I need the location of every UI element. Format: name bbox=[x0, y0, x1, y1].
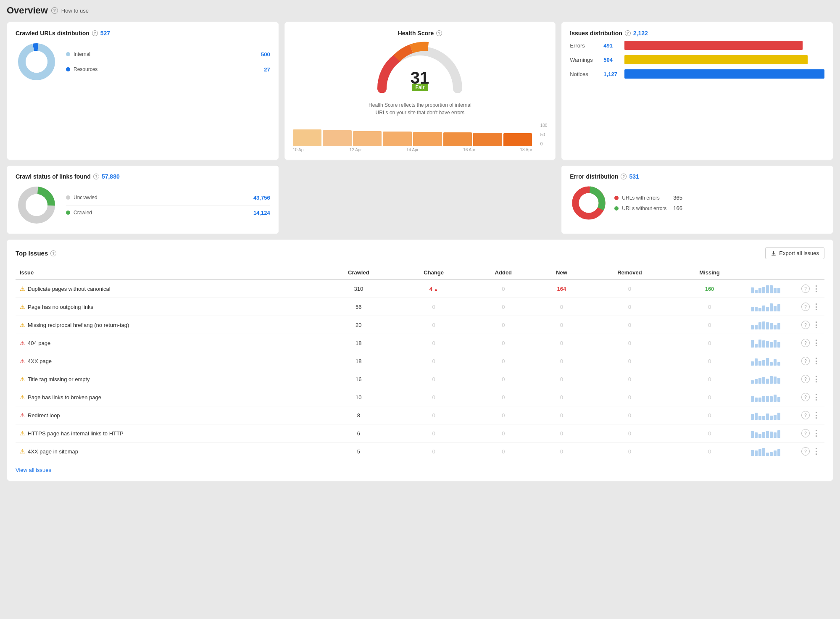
row-help-button[interactable]: ? bbox=[801, 393, 810, 401]
row-actions: ? ⋮ bbox=[801, 284, 820, 293]
crawled-urls-info-icon[interactable]: ? bbox=[92, 30, 98, 36]
row-actions: ? ⋮ bbox=[801, 338, 820, 348]
error-dist-info-icon[interactable]: ? bbox=[621, 174, 627, 179]
legend-urls-errors: URLs with errors 365 bbox=[614, 195, 682, 201]
health-score-card: Health Score ? 31 bbox=[284, 22, 556, 160]
row-help-button[interactable]: ? bbox=[801, 411, 810, 419]
legend-uncrawled: Uncrawled 43,756 bbox=[66, 195, 270, 201]
table-row: ⚠Missing reciprocal hreflang (no return-… bbox=[16, 316, 824, 334]
row-actions: ? ⋮ bbox=[801, 429, 820, 438]
help-icon: ? bbox=[51, 7, 58, 14]
legend-item-internal: Internal 500 bbox=[66, 51, 270, 58]
notices-bar bbox=[624, 69, 824, 79]
error-icon: ⚠ bbox=[20, 340, 25, 346]
row-help-button[interactable]: ? bbox=[801, 303, 810, 311]
error-icon: ⚠ bbox=[20, 412, 25, 419]
health-score-title: Health Score ? bbox=[398, 30, 442, 37]
top-issues-title: Top Issues ? bbox=[16, 250, 56, 257]
mini-bar-group bbox=[751, 374, 793, 384]
page-title: Overview bbox=[7, 5, 48, 16]
row-more-button[interactable]: ⋮ bbox=[812, 447, 820, 456]
row-more-button[interactable]: ⋮ bbox=[812, 411, 820, 420]
warn-icon: ⚠ bbox=[20, 376, 25, 382]
table-row: ⚠Redirect loop 8 0 0 0 0 0 ? ⋮ bbox=[16, 406, 824, 424]
table-row: ⚠404 page 18 0 0 0 0 0 ? ⋮ bbox=[16, 334, 824, 352]
chart-label-2: 12 Apr bbox=[350, 148, 362, 152]
top-issues-info-icon[interactable]: ? bbox=[50, 250, 56, 256]
crawled-urls-card: Crawled URLs distribution ? 527 bbox=[7, 22, 279, 160]
warn-icon: ⚠ bbox=[20, 285, 25, 292]
row-help-button[interactable]: ? bbox=[801, 429, 810, 437]
row-more-button[interactable]: ⋮ bbox=[812, 392, 820, 402]
view-all-issues-link[interactable]: View all issues bbox=[16, 467, 51, 473]
export-button[interactable]: Export all issues bbox=[765, 247, 824, 259]
svg-point-10 bbox=[579, 193, 599, 213]
mini-bar-group bbox=[751, 392, 793, 402]
row-more-button[interactable]: ⋮ bbox=[812, 284, 820, 293]
row-actions: ? ⋮ bbox=[801, 320, 820, 329]
crawl-status-count: 57,880 bbox=[102, 173, 120, 180]
row-help-button[interactable]: ? bbox=[801, 357, 810, 365]
mini-bar-group bbox=[751, 302, 793, 311]
legend-crawled: Crawled 14,124 bbox=[66, 210, 270, 216]
row-more-button[interactable]: ⋮ bbox=[812, 320, 820, 329]
error-dist-content: URLs with errors 365 URLs without errors… bbox=[570, 184, 824, 222]
warn-icon: ⚠ bbox=[20, 303, 25, 310]
error-dist-donut bbox=[570, 184, 608, 222]
row-help-button[interactable]: ? bbox=[801, 321, 810, 329]
row-actions: ? ⋮ bbox=[801, 356, 820, 366]
crawled-urls-donut bbox=[16, 41, 58, 83]
crawl-status-info-icon[interactable]: ? bbox=[93, 174, 99, 179]
crawl-status-card: Crawl status of links found ? 57,880 bbox=[7, 165, 279, 234]
error-legend: URLs with errors 365 URLs without errors… bbox=[614, 195, 682, 211]
error-dist-count: 531 bbox=[629, 173, 639, 180]
mini-bar-group bbox=[751, 356, 793, 366]
notices-row: Notices 1,127 bbox=[570, 69, 824, 79]
svg-point-3 bbox=[26, 51, 47, 73]
table-row: ⚠Page has no outgoing links 56 0 0 0 0 0… bbox=[16, 298, 824, 316]
table-row: ⚠Title tag missing or empty 16 0 0 0 0 0… bbox=[16, 370, 824, 388]
mini-bar-group bbox=[751, 429, 793, 438]
row-more-button[interactable]: ⋮ bbox=[812, 302, 820, 311]
resources-dot bbox=[66, 67, 70, 71]
row-actions: ? ⋮ bbox=[801, 374, 820, 384]
row-help-button[interactable]: ? bbox=[801, 447, 810, 456]
issues-dist-info-icon[interactable]: ? bbox=[625, 30, 631, 36]
mini-bar-group bbox=[751, 320, 793, 329]
row-help-button[interactable]: ? bbox=[801, 339, 810, 347]
warnings-row: Warnings 504 bbox=[570, 55, 824, 64]
row-more-button[interactable]: ⋮ bbox=[812, 338, 820, 348]
svg-marker-13 bbox=[772, 253, 775, 255]
how-to-use-link[interactable]: How to use bbox=[61, 8, 89, 14]
warnings-bar bbox=[624, 55, 808, 64]
issues-section-header: Top Issues ? Export all issues bbox=[16, 247, 824, 259]
chart-label-3: 14 Apr bbox=[406, 148, 419, 152]
row-more-button[interactable]: ⋮ bbox=[812, 356, 820, 366]
errors-row: Errors 491 bbox=[570, 41, 824, 50]
row-help-button[interactable]: ? bbox=[801, 375, 810, 383]
table-row: ⚠HTTPS page has internal links to HTTP 6… bbox=[16, 424, 824, 443]
crawled-urls-count: 527 bbox=[100, 30, 110, 37]
middle-placeholder bbox=[284, 165, 556, 234]
col-removed: Removed bbox=[587, 266, 672, 279]
crawl-status-title: Crawl status of links found ? 57,880 bbox=[16, 173, 270, 180]
mini-bar-group bbox=[751, 411, 793, 420]
chart-bar-1 bbox=[293, 129, 322, 146]
error-distribution-card: Error distribution ? 531 URLs wit bbox=[561, 165, 833, 234]
row-help-button[interactable]: ? bbox=[801, 284, 810, 293]
row-more-button[interactable]: ⋮ bbox=[812, 429, 820, 438]
chart-bar-5 bbox=[413, 132, 442, 146]
col-crawled: Crawled bbox=[320, 266, 397, 279]
error-icon: ⚠ bbox=[20, 358, 25, 364]
health-score-info-icon[interactable]: ? bbox=[436, 30, 442, 36]
col-change: Change bbox=[397, 266, 471, 279]
row-actions: ? ⋮ bbox=[801, 411, 820, 420]
chart-bar-3 bbox=[353, 131, 382, 146]
table-row: ⚠Duplicate pages without canonical 310 4… bbox=[16, 279, 824, 298]
warn-icon: ⚠ bbox=[20, 430, 25, 437]
crawl-status-legend: Uncrawled 43,756 Crawled 14,124 bbox=[66, 195, 270, 216]
table-row: ⚠4XX page 18 0 0 0 0 0 ? ⋮ bbox=[16, 352, 824, 370]
warn-icon: ⚠ bbox=[20, 394, 25, 400]
internal-dot bbox=[66, 52, 70, 56]
row-more-button[interactable]: ⋮ bbox=[812, 374, 820, 384]
